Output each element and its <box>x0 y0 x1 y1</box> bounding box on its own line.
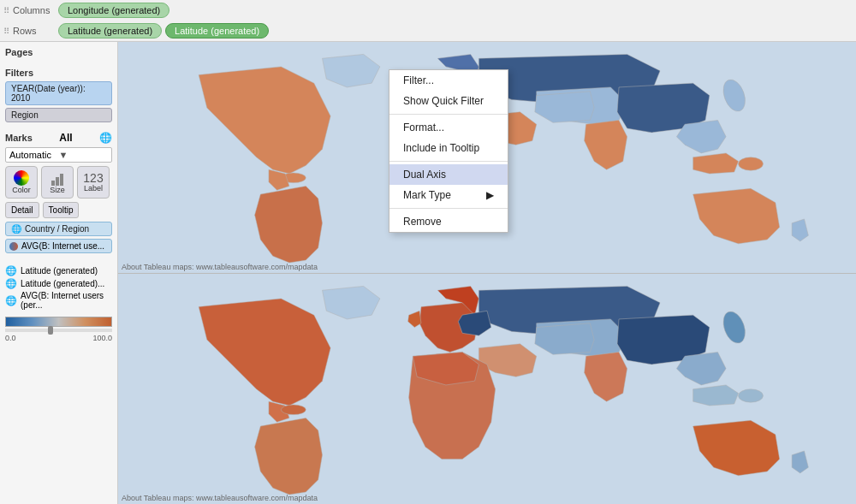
filters-title: Filters <box>5 68 112 78</box>
menu-dual-axis[interactable]: Dual Axis <box>389 164 508 185</box>
country-icon: 🌐 <box>11 224 21 234</box>
columns-bar: ⠿ Columns Longitude (generated) <box>0 0 856 21</box>
map-bottom-container <box>118 274 856 505</box>
main-layout: Pages Filters YEAR(Date (year)): 2010 Re… <box>0 42 856 504</box>
world-map-bottom-svg <box>118 274 856 505</box>
menu-mark-type[interactable]: Mark Type ▶ <box>389 185 508 205</box>
size-button[interactable]: Size <box>41 166 74 199</box>
marks-section: Marks All 🌐 Automatic ▼ Color <box>5 132 112 253</box>
menu-filter[interactable]: Filter... <box>389 70 508 91</box>
legend-lat-1[interactable]: 🌐 Latitude (generated) <box>5 265 112 276</box>
longitude-pill[interactable]: Longitude (generated) <box>58 3 169 18</box>
context-menu: Filter... Show Quick Filter Format... In… <box>389 69 508 233</box>
map-credit-top: About Tableau maps: www.tableausoftware.… <box>122 263 318 271</box>
top-toolbar: ⠿ Columns Longitude (generated) ⠿ Rows L… <box>0 0 856 42</box>
legend-color-bar <box>5 317 112 327</box>
sidebar: Pages Filters YEAR(Date (year)): 2010 Re… <box>0 42 118 504</box>
legend-thumb[interactable] <box>48 326 53 335</box>
filter-year[interactable]: YEAR(Date (year)): 2010 <box>5 81 112 105</box>
rows-label: ⠿ Rows <box>3 26 55 36</box>
dropdown-arrow-icon: ▼ <box>59 150 109 160</box>
menu-separator-3 <box>389 208 508 209</box>
map-bottom: About Tableau maps: www.tableausoftware.… <box>118 274 856 505</box>
legend-globe-icon-1: 🌐 <box>5 265 17 276</box>
legend-section: 🌐 Latitude (generated) 🌐 Latitude (gener… <box>5 265 112 311</box>
rows-bar: ⠿ Rows Latitude (generated) Latitude (ge… <box>0 21 856 41</box>
tooltip-button[interactable]: Tooltip <box>43 202 80 218</box>
legend-slider[interactable] <box>5 329 112 332</box>
filter-region[interactable]: Region <box>5 108 112 122</box>
country-region-pill[interactable]: 🌐 Country / Region <box>5 222 112 236</box>
legend-globe-icon-2: 🌐 <box>5 278 17 289</box>
menu-show-quick-filter[interactable]: Show Quick Filter <box>389 91 508 111</box>
filters-section: Filters YEAR(Date (year)): 2010 Region <box>5 68 112 125</box>
svg-point-5 <box>281 405 306 415</box>
latitude-pill-1[interactable]: Latitude (generated) <box>58 23 162 39</box>
latitude-pill-2[interactable]: Latitude (generated) <box>165 23 269 39</box>
menu-format[interactable]: Format... <box>389 117 508 138</box>
color-button[interactable]: Color <box>5 166 38 199</box>
map-credit-bottom: About Tableau maps: www.tableausoftware.… <box>122 494 318 502</box>
menu-remove[interactable]: Remove <box>389 211 508 232</box>
columns-grip-icon: ⠿ <box>3 6 9 15</box>
legend-lat-2[interactable]: 🌐 Latitude (generated)... <box>5 278 112 289</box>
content-area: About Tableau maps: www.tableausoftware.… <box>118 42 856 504</box>
marks-detail-tooltip: Detail Tooltip <box>5 202 112 218</box>
label-button[interactable]: 123 Label <box>77 166 110 199</box>
marks-icon-row: Color Size 123 Label <box>5 166 112 199</box>
submenu-arrow-icon: ▶ <box>486 189 494 201</box>
legend-values: 0.0 100.0 <box>5 334 112 342</box>
legend-avg[interactable]: 🌐 AVG(B: Internet users (per... <box>5 291 112 310</box>
menu-separator-2 <box>389 161 508 162</box>
svg-point-6 <box>739 388 764 401</box>
avg-color-dot <box>9 242 18 251</box>
marks-header: Marks All 🌐 <box>5 132 112 144</box>
rows-grip-icon: ⠿ <box>3 27 9 36</box>
avg-pill[interactable]: AVG(B: Internet use... <box>5 239 112 253</box>
detail-button[interactable]: Detail <box>5 202 39 218</box>
globe-icon: 🌐 <box>99 132 112 144</box>
menu-separator-1 <box>389 114 508 115</box>
menu-include-tooltip[interactable]: Include in Tooltip <box>389 138 508 158</box>
pages-title: Pages <box>5 47 112 57</box>
marks-title: Marks <box>5 133 33 143</box>
legend-bar-section: 0.0 100.0 <box>5 317 112 342</box>
marks-all-label: All <box>59 132 72 144</box>
svg-point-2 <box>739 157 764 170</box>
mark-type-dropdown[interactable]: Automatic ▼ <box>5 147 112 163</box>
columns-label: ⠿ Columns <box>3 5 55 15</box>
pages-section: Pages <box>5 47 112 61</box>
legend-globe-icon-3: 🌐 <box>5 295 17 306</box>
